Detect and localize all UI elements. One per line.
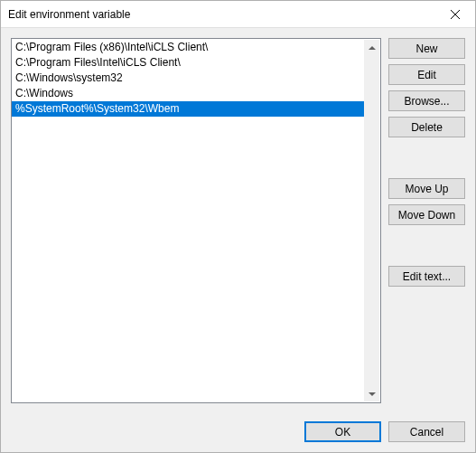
edit-button[interactable]: Edit bbox=[388, 64, 465, 85]
new-button[interactable]: New bbox=[388, 38, 465, 59]
dialog-window: Edit environment variable C:\Program Fil… bbox=[0, 0, 476, 453]
titlebar: Edit environment variable bbox=[1, 1, 475, 28]
close-button[interactable] bbox=[434, 1, 475, 28]
delete-button[interactable]: Delete bbox=[388, 117, 465, 137]
browse-button[interactable]: Browse... bbox=[388, 90, 465, 111]
path-listbox[interactable]: C:\Program Files (x86)\Intel\iCLS Client… bbox=[11, 38, 381, 403]
window-title: Edit environment variable bbox=[1, 8, 434, 21]
move-down-button[interactable]: Move Down bbox=[388, 204, 465, 225]
cancel-button[interactable]: Cancel bbox=[388, 421, 465, 442]
scrollbar[interactable] bbox=[364, 40, 379, 401]
client-area: C:\Program Files (x86)\Intel\iCLS Client… bbox=[1, 28, 475, 452]
ok-button[interactable]: OK bbox=[304, 421, 381, 442]
chevron-up-icon bbox=[369, 46, 376, 50]
list-item[interactable]: %SystemRoot%\System32\Wbem bbox=[12, 101, 364, 117]
scroll-down-button[interactable] bbox=[364, 386, 379, 401]
list-item[interactable]: C:\Program Files (x86)\Intel\iCLS Client… bbox=[12, 40, 364, 55]
move-up-button[interactable]: Move Up bbox=[388, 178, 465, 199]
scroll-track[interactable] bbox=[364, 55, 379, 386]
list-item[interactable]: C:\Windows\system32 bbox=[12, 71, 364, 86]
list-item[interactable]: C:\Windows bbox=[12, 86, 364, 101]
chevron-down-icon bbox=[369, 392, 376, 396]
list-items: C:\Program Files (x86)\Intel\iCLS Client… bbox=[12, 40, 364, 117]
edit-text-button[interactable]: Edit text... bbox=[388, 266, 465, 287]
button-column: New Edit Browse... Delete Move Up Move D… bbox=[388, 38, 465, 403]
close-icon bbox=[451, 10, 460, 19]
list-item[interactable]: C:\Program Files\Intel\iCLS Client\ bbox=[12, 55, 364, 71]
scroll-up-button[interactable] bbox=[364, 40, 379, 55]
dialog-buttons: OK Cancel bbox=[11, 421, 465, 442]
main-row: C:\Program Files (x86)\Intel\iCLS Client… bbox=[11, 38, 465, 403]
